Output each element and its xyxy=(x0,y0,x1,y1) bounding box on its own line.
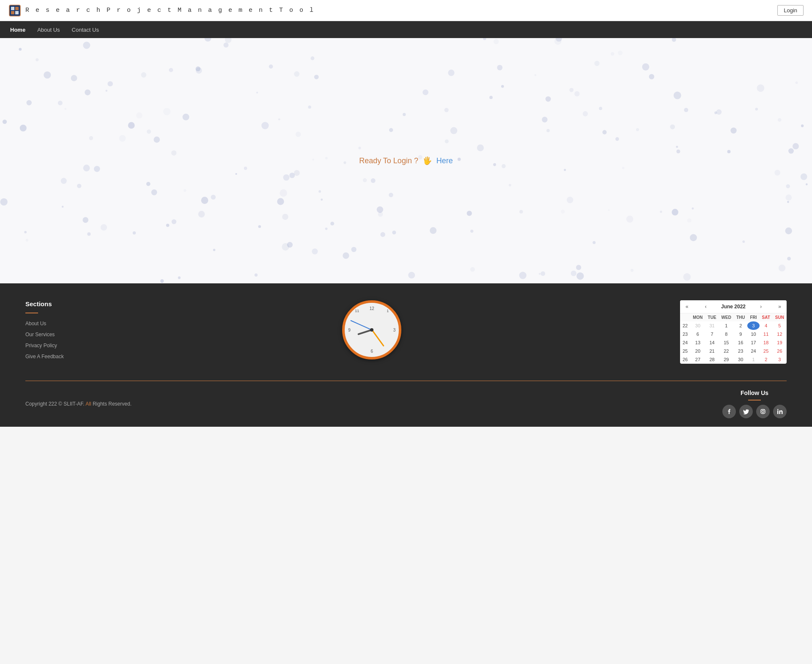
our-services-link[interactable]: Our Services xyxy=(25,332,55,337)
svg-rect-2 xyxy=(15,7,19,10)
calendar-day[interactable]: 20 xyxy=(690,347,705,355)
calendar-day[interactable]: 28 xyxy=(705,355,719,364)
calendar-day[interactable]: 17 xyxy=(747,338,759,347)
calendar-day[interactable]: 25 xyxy=(760,347,773,355)
calendar-day[interactable]: 1 xyxy=(747,355,759,364)
facebook-button[interactable] xyxy=(722,405,736,418)
nav-contact-us[interactable]: Contact Us xyxy=(70,22,101,37)
col-fri: FRI xyxy=(747,313,759,321)
calendar-day[interactable]: 21 xyxy=(705,347,719,355)
calendar-header: « ‹ June 2022 › » xyxy=(680,300,787,313)
calendar-day[interactable]: 3 xyxy=(773,355,787,364)
svg-point-7 xyxy=(764,410,765,410)
calendar-day[interactable]: 16 xyxy=(734,338,748,347)
calendar-day[interactable]: 2 xyxy=(734,321,748,330)
linkedin-button[interactable] xyxy=(773,405,787,418)
twitter-button[interactable] xyxy=(739,405,753,418)
clock-num-11: 11 xyxy=(355,309,359,313)
calendar-day[interactable]: 13 xyxy=(690,338,705,347)
app-title: R e s e a r c h P r o j e c t M a n a g … xyxy=(25,7,315,14)
sections-underline xyxy=(25,313,38,313)
calendar-day[interactable]: 27 xyxy=(690,355,705,364)
privacy-policy-link[interactable]: Privacy Policy xyxy=(25,343,57,348)
calendar-day[interactable]: 30 xyxy=(690,321,705,330)
clock-num-6: 6 xyxy=(371,349,373,354)
calendar-day[interactable]: 15 xyxy=(719,338,734,347)
week-num-header xyxy=(680,313,690,321)
calendar-day[interactable]: 24 xyxy=(747,347,759,355)
clock-num-3: 3 xyxy=(393,328,396,332)
col-thu: THU xyxy=(734,313,748,321)
calendar-day[interactable]: 18 xyxy=(760,338,773,347)
calendar-day[interactable]: 3 xyxy=(747,321,759,330)
header: R e s e a r c h P r o j e c t M a n a g … xyxy=(0,0,812,21)
col-wed: WED xyxy=(719,313,734,321)
logo-icon xyxy=(8,4,21,17)
calendar-day[interactable]: 6 xyxy=(690,330,705,338)
week-number: 22 xyxy=(680,321,690,330)
calendar-day[interactable]: 26 xyxy=(773,347,787,355)
sections-list: About Us Our Services Privacy Policy Giv… xyxy=(25,319,64,360)
about-us-link[interactable]: About Us xyxy=(25,321,46,327)
footer-sections: Sections About Us Our Services Privacy P… xyxy=(25,300,64,363)
analog-clock: 12 3 6 9 1 11 xyxy=(342,300,401,359)
follow-us-underline xyxy=(748,400,761,401)
calendar-day[interactable]: 22 xyxy=(719,347,734,355)
calendar-day[interactable]: 9 xyxy=(734,330,748,338)
calendar-day[interactable]: 14 xyxy=(705,338,719,347)
sections-title: Sections xyxy=(25,300,64,307)
copyright-text: Copyright 222 © SLIIT-AF. All Rights Res… xyxy=(25,401,132,407)
calendar-next-next-button[interactable]: » xyxy=(776,303,783,310)
week-number: 24 xyxy=(680,338,690,347)
social-icons xyxy=(722,405,787,418)
calendar-day[interactable]: 4 xyxy=(760,321,773,330)
calendar-prev-prev-button[interactable]: « xyxy=(683,303,691,310)
pointer-icon: 🖐 xyxy=(422,156,432,165)
calendar-day[interactable]: 23 xyxy=(734,347,748,355)
calendar: « ‹ June 2022 › » MON TUE WED THU FRI SA… xyxy=(680,300,787,364)
minute-hand xyxy=(371,329,384,347)
calendar-day[interactable]: 29 xyxy=(719,355,734,364)
follow-us-section: Follow Us xyxy=(722,390,787,418)
calendar-day[interactable]: 19 xyxy=(773,338,787,347)
calendar-day[interactable]: 30 xyxy=(734,355,748,364)
hero-text: Ready To Login ? 🖐 Here xyxy=(359,156,453,165)
calendar-day[interactable]: 10 xyxy=(747,330,759,338)
nav-home[interactable]: Home xyxy=(8,22,27,37)
give-feedback-link[interactable]: Give A Feedback xyxy=(25,354,64,359)
col-sun: SUN xyxy=(773,313,787,321)
clock-num-9: 9 xyxy=(348,328,351,332)
follow-us-title: Follow Us xyxy=(722,390,787,396)
clock-num-12: 12 xyxy=(370,306,374,311)
calendar-next-button[interactable]: › xyxy=(758,303,764,310)
second-hand xyxy=(351,320,372,330)
here-link[interactable]: Here xyxy=(436,156,453,165)
footer: Sections About Us Our Services Privacy P… xyxy=(0,283,812,427)
navbar: Home About Us Contact Us xyxy=(0,21,812,38)
calendar-day[interactable]: 5 xyxy=(773,321,787,330)
list-item: About Us xyxy=(25,319,64,327)
svg-rect-1 xyxy=(11,7,14,10)
svg-rect-3 xyxy=(11,11,14,14)
svg-rect-0 xyxy=(9,5,20,16)
calendar-day[interactable]: 12 xyxy=(773,330,787,338)
header-left: R e s e a r c h P r o j e c t M a n a g … xyxy=(8,4,315,17)
calendar-day[interactable]: 8 xyxy=(719,330,734,338)
col-sat: SAT xyxy=(760,313,773,321)
svg-rect-8 xyxy=(777,411,779,414)
calendar-title: June 2022 xyxy=(721,304,746,310)
list-item: Our Services xyxy=(25,330,64,338)
list-item: Privacy Policy xyxy=(25,341,64,349)
calendar-grid: MON TUE WED THU FRI SAT SUN 223031123452… xyxy=(680,313,787,364)
footer-top: Sections About Us Our Services Privacy P… xyxy=(25,300,787,381)
nav-about-us[interactable]: About Us xyxy=(36,22,61,37)
calendar-day[interactable]: 1 xyxy=(719,321,734,330)
calendar-day[interactable]: 11 xyxy=(760,330,773,338)
login-button[interactable]: Login xyxy=(777,5,804,16)
instagram-button[interactable] xyxy=(756,405,770,418)
calendar-prev-button[interactable]: ‹ xyxy=(703,303,709,310)
calendar-day[interactable]: 7 xyxy=(705,330,719,338)
calendar-day[interactable]: 31 xyxy=(705,321,719,330)
svg-point-6 xyxy=(762,411,764,413)
calendar-day[interactable]: 2 xyxy=(760,355,773,364)
